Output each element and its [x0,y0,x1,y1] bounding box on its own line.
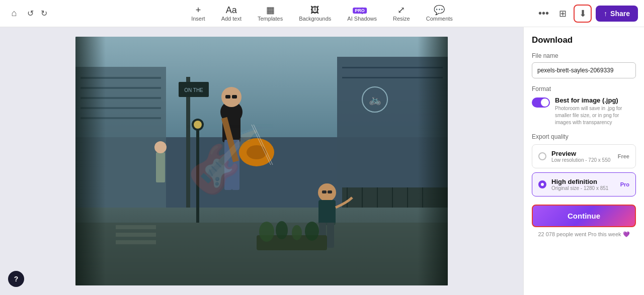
home-button[interactable]: ⌂ [6,6,22,22]
hd-tier: Pro [620,181,629,187]
templates-label: Templates [258,16,283,22]
preview-size: Low resolution - 720 x 550 [551,157,613,163]
svg-point-45 [154,141,167,153]
templates-icon: ▦ [266,6,275,15]
share-button[interactable]: ↑ Share [596,6,638,22]
right-panel: Download File name Format Best for image… [523,27,644,295]
preview-tier: Free [618,153,629,159]
insert-button[interactable]: + Insert [185,3,211,25]
svg-rect-57 [418,37,448,285]
canvas-image: ON THE [75,37,448,285]
file-name-label: File name [532,52,636,59]
toolbar-left: ⌂ ↺ ↻ [6,6,50,22]
svg-rect-24 [225,95,230,99]
toolbar-right: ••• ⊞ ⬇ ↑ Share [535,5,638,23]
share-label: Share [610,10,630,18]
panels-button[interactable]: ⊞ [556,5,570,22]
preview-quality-option[interactable]: Preview Low resolution - 720 x 550 Free [532,144,636,168]
hd-info: High definition Original size - 1280 x 8… [551,178,615,191]
continue-button[interactable]: Continue [532,205,636,227]
svg-point-30 [247,145,267,159]
svg-rect-37 [318,200,336,225]
pro-badge: PRO [353,8,367,14]
svg-rect-41 [116,225,156,229]
format-label: Format [532,85,636,92]
ai-shadows-button[interactable]: ◈ PRO AI Shadows [341,3,383,25]
svg-rect-35 [322,190,327,193]
file-name-input[interactable] [532,62,636,78]
download-button[interactable]: ⬇ [574,5,592,23]
svg-rect-42 [116,233,156,237]
svg-point-34 [318,183,336,202]
svg-rect-28 [232,140,239,190]
svg-text:🚲: 🚲 [369,93,381,106]
hd-radio[interactable] [538,180,546,188]
svg-text:ON THE: ON THE [184,87,203,93]
templates-button[interactable]: ▦ Templates [252,3,289,25]
svg-point-29 [239,138,274,166]
format-text: Best for image (.jpg) Photoroom will sav… [555,96,636,126]
backgrounds-button[interactable]: 🖼 Backgrounds [293,3,337,25]
undo-redo-group: ↺ ↻ [24,6,50,21]
preview-name: Preview [551,150,613,157]
toolbar: ⌂ ↺ ↻ + Insert Aa Add text ▦ Templates 🖼… [0,0,644,27]
panel-title: Download [532,35,636,45]
insert-icon: + [196,6,201,15]
more-options-button[interactable]: ••• [535,5,552,22]
format-name: Best for image (.jpg) [555,96,636,104]
redo-button[interactable]: ↻ [38,6,50,21]
format-row: Best for image (.jpg) Photoroom will sav… [532,96,636,126]
svg-rect-46 [196,127,199,223]
backgrounds-label: Backgrounds [299,16,331,22]
svg-rect-25 [232,95,237,99]
svg-point-23 [221,87,242,107]
addtext-label: Add text [221,16,242,22]
resize-icon: ⤢ [397,6,405,15]
resize-label: Resize [393,16,410,22]
aishadows-label: AI Shadows [347,16,377,22]
quality-label: Export quality [532,133,636,140]
preview-radio[interactable] [538,152,546,160]
svg-point-52 [259,222,274,242]
canvas-area[interactable]: ON THE [0,27,523,295]
help-button[interactable]: ? [8,271,24,287]
hd-size: Original size - 1280 x 851 [551,185,615,191]
preview-info: Preview Low resolution - 720 x 550 [551,150,613,163]
svg-point-48 [194,121,202,129]
svg-rect-36 [328,190,332,193]
insert-label: Insert [191,16,205,22]
undo-button[interactable]: ↺ [24,6,37,21]
social-proof: 22 078 people went Pro this week 💜 [532,231,636,238]
addtext-icon: Aa [226,6,237,15]
backgrounds-icon: 🖼 [310,6,319,15]
comments-label: Comments [426,16,453,22]
resize-button[interactable]: ⤢ Resize [387,3,416,25]
svg-point-55 [305,222,319,241]
scene-svg: ON THE [75,37,448,285]
svg-rect-43 [116,240,156,244]
download-panel: Download File name Format Best for image… [524,27,644,246]
svg-rect-56 [75,37,106,285]
add-text-button[interactable]: Aa Add text [215,3,248,25]
hd-quality-option[interactable]: High definition Original size - 1280 x 8… [532,172,636,196]
hd-name: High definition [551,178,615,185]
format-desc: Photoroom will save in .jpg for smaller … [555,105,636,126]
aishadows-icon-wrap: ◈ PRO [359,6,366,15]
svg-rect-44 [156,152,165,182]
toolbar-center: + Insert Aa Add text ▦ Templates 🖼 Backg… [185,3,459,25]
svg-point-53 [276,221,288,239]
svg-rect-27 [224,140,232,190]
comments-button[interactable]: 💬 Comments [420,3,459,25]
main-content: ON THE [0,27,644,295]
comments-icon: 💬 [434,6,445,15]
format-toggle[interactable] [532,97,550,108]
svg-point-54 [292,225,302,240]
share-icon: ↑ [604,10,607,18]
